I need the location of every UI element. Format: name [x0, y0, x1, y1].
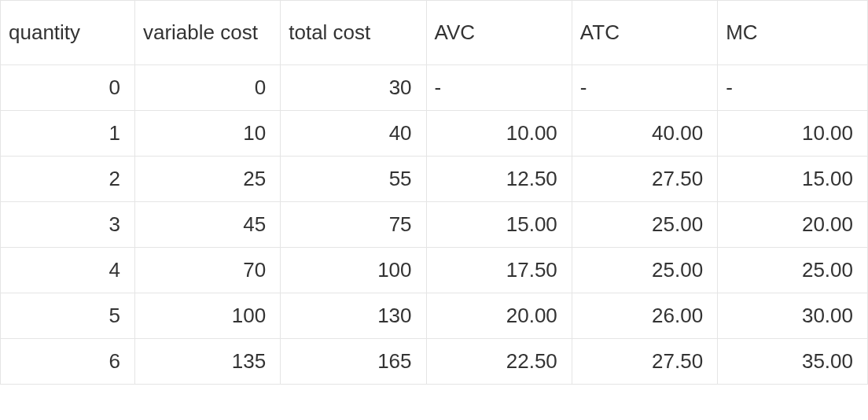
cell-avc: - — [426, 65, 572, 111]
cell-mc: 30.00 — [718, 293, 868, 339]
cell-quantity: 6 — [1, 339, 135, 385]
cell-mc: 35.00 — [718, 339, 868, 385]
cell-variable-cost: 100 — [134, 293, 280, 339]
cell-avc: 15.00 — [426, 202, 572, 248]
col-header-variable-cost: variable cost — [134, 1, 280, 65]
cell-quantity: 5 — [1, 293, 135, 339]
cell-mc: 25.00 — [718, 248, 868, 293]
cell-variable-cost: 0 — [134, 65, 280, 111]
cell-mc: 10.00 — [718, 111, 868, 157]
cell-variable-cost: 45 — [134, 202, 280, 248]
cost-table: quantity variable cost total cost AVC AT… — [0, 0, 868, 385]
cell-total-cost: 130 — [281, 293, 426, 339]
cell-variable-cost: 25 — [134, 157, 280, 202]
table-row: 6 135 165 22.50 27.50 35.00 — [1, 339, 868, 385]
table-row: 5 100 130 20.00 26.00 30.00 — [1, 293, 868, 339]
table-header-row: quantity variable cost total cost AVC AT… — [1, 1, 868, 65]
cell-total-cost: 30 — [281, 65, 426, 111]
table-body: 0 0 30 - - - 1 10 40 10.00 40.00 10.00 2… — [1, 65, 868, 385]
cell-mc: 15.00 — [718, 157, 868, 202]
cell-atc: 25.00 — [572, 248, 717, 293]
col-header-mc: MC — [718, 1, 868, 65]
col-header-total-cost: total cost — [281, 1, 426, 65]
cell-avc: 20.00 — [426, 293, 572, 339]
cell-total-cost: 100 — [281, 248, 426, 293]
cell-avc: 12.50 — [426, 157, 572, 202]
table-row: 2 25 55 12.50 27.50 15.00 — [1, 157, 868, 202]
cell-atc: 40.00 — [572, 111, 717, 157]
cell-total-cost: 55 — [281, 157, 426, 202]
cell-quantity: 4 — [1, 248, 135, 293]
cell-avc: 17.50 — [426, 248, 572, 293]
cell-total-cost: 75 — [281, 202, 426, 248]
cell-atc: 26.00 — [572, 293, 717, 339]
cell-variable-cost: 10 — [134, 111, 280, 157]
table-row: 3 45 75 15.00 25.00 20.00 — [1, 202, 868, 248]
table-row: 0 0 30 - - - — [1, 65, 868, 111]
cost-table-container: quantity variable cost total cost AVC AT… — [0, 0, 868, 385]
cell-mc: - — [718, 65, 868, 111]
cell-avc: 10.00 — [426, 111, 572, 157]
col-header-avc: AVC — [426, 1, 572, 65]
cell-variable-cost: 135 — [134, 339, 280, 385]
cell-mc: 20.00 — [718, 202, 868, 248]
cell-atc: 27.50 — [572, 157, 717, 202]
cell-variable-cost: 70 — [134, 248, 280, 293]
cell-atc: - — [572, 65, 717, 111]
cell-quantity: 3 — [1, 202, 135, 248]
table-row: 1 10 40 10.00 40.00 10.00 — [1, 111, 868, 157]
cell-total-cost: 165 — [281, 339, 426, 385]
cell-atc: 25.00 — [572, 202, 717, 248]
cell-total-cost: 40 — [281, 111, 426, 157]
cell-avc: 22.50 — [426, 339, 572, 385]
cell-atc: 27.50 — [572, 339, 717, 385]
col-header-atc: ATC — [572, 1, 717, 65]
cell-quantity: 1 — [1, 111, 135, 157]
col-header-quantity: quantity — [1, 1, 135, 65]
cell-quantity: 0 — [1, 65, 135, 111]
table-row: 4 70 100 17.50 25.00 25.00 — [1, 248, 868, 293]
cell-quantity: 2 — [1, 157, 135, 202]
